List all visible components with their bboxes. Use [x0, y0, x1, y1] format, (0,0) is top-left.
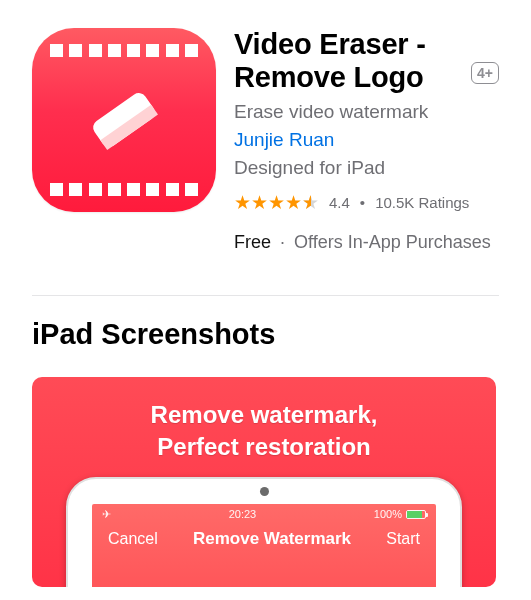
battery-icon [406, 510, 426, 519]
app-title: Video Eraser - Remove Logo [234, 28, 461, 95]
status-bar: ✈ 20:23 100% [92, 504, 436, 521]
screenshot-headline: Remove watermark, Perfect restoration [32, 377, 496, 464]
battery-percent: 100% [374, 508, 402, 520]
designed-for-label: Designed for iPad [234, 157, 499, 179]
eraser-icon [81, 85, 167, 155]
film-holes-top [32, 44, 216, 57]
rating-value: 4.4 [329, 194, 350, 211]
rating-count: 10.5K Ratings [375, 194, 469, 211]
ipad-screen: ✈ 20:23 100% Cancel Remove Watermark Sta… [92, 504, 436, 587]
film-holes-bottom [32, 183, 216, 196]
ipad-home-dot [260, 487, 269, 496]
developer-link[interactable]: Junjie Ruan [234, 129, 499, 151]
screenshot-nav-bar: Cancel Remove Watermark Start [92, 521, 436, 549]
age-rating-badge: 4+ [471, 62, 499, 84]
section-divider [32, 295, 499, 296]
price-free-label: Free [234, 232, 271, 252]
app-icon[interactable] [32, 28, 216, 212]
ipad-frame: ✈ 20:23 100% Cancel Remove Watermark Sta… [66, 477, 462, 587]
rating-separator: • [360, 194, 365, 211]
nav-start-button: Start [386, 530, 420, 548]
star-rating-icon: ★★★★ ★★ [234, 191, 319, 214]
app-subtitle: Erase video watermark [234, 101, 499, 123]
rating-row[interactable]: ★★★★ ★★ 4.4 • 10.5K Ratings [234, 191, 499, 214]
nav-title: Remove Watermark [193, 529, 351, 549]
status-time: 20:23 [229, 508, 257, 520]
screenshots-section-title: iPad Screenshots [32, 318, 499, 351]
iap-label: Offers In-App Purchases [294, 232, 491, 252]
airplane-mode-icon: ✈ [102, 508, 111, 521]
price-separator: · [280, 232, 285, 252]
price-row: Free · Offers In-App Purchases [234, 232, 499, 253]
screenshot-headline-line: Remove watermark, [32, 399, 496, 431]
screenshot-item[interactable]: Remove watermark, Perfect restoration ✈ … [32, 377, 496, 587]
screenshots-scroller[interactable]: Remove watermark, Perfect restoration ✈ … [32, 377, 499, 587]
nav-cancel-button: Cancel [108, 530, 158, 548]
screenshot-headline-line: Perfect restoration [32, 431, 496, 463]
